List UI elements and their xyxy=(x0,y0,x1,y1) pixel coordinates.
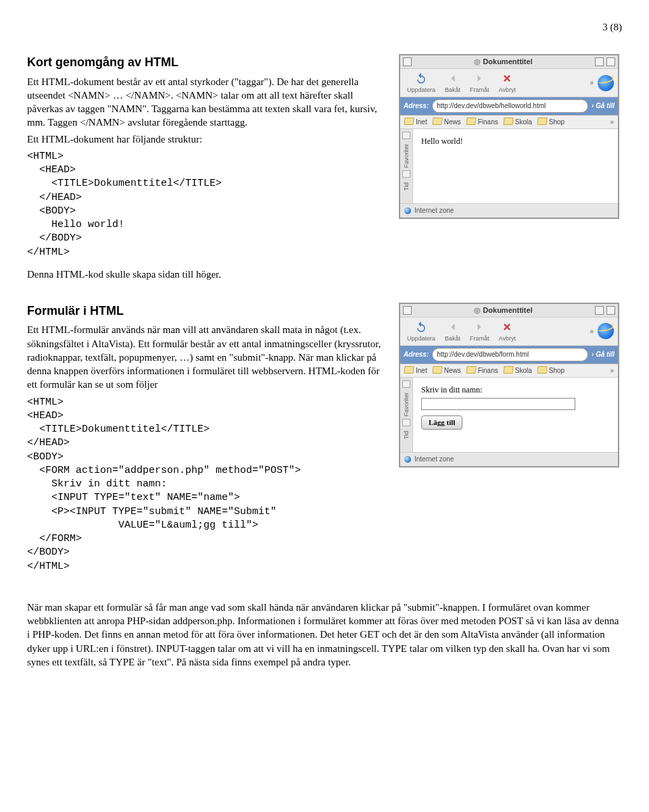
forward-button: Framåt xyxy=(467,320,492,342)
forward-label: Framåt xyxy=(470,334,489,342)
back-icon xyxy=(446,72,460,85)
back-label: Bakåt xyxy=(445,334,460,342)
section2-para: Ett HTML-formulär används när man vill a… xyxy=(27,323,387,391)
browser-mock-form: Dokumenttitel Uppdatera Bakåt xyxy=(399,303,619,467)
more-icon: » xyxy=(590,78,594,88)
section2-code: <HTML> <HEAD> <TITLE>Dokumenttitel</TITL… xyxy=(27,396,387,574)
refresh-icon xyxy=(414,72,428,85)
more-icon: » xyxy=(590,327,594,336)
form-label: Skriv in ditt namn: xyxy=(421,385,482,395)
sidebar-favorites-label: Favoriter xyxy=(402,144,410,168)
bookmarks-bar: Inet News Finans Skola Shop » xyxy=(400,364,618,378)
final-paragraph: När man skapar ett formulär så får man a… xyxy=(27,601,622,669)
bookmark-item: Finans xyxy=(466,118,498,127)
browser-sidebar: Favoriter Tid xyxy=(400,129,413,203)
window-control-icon xyxy=(595,57,604,66)
ie-logo-icon xyxy=(598,75,614,91)
bookmark-item: Inet xyxy=(404,366,427,376)
sidebar-tid-label: Tid xyxy=(402,182,410,191)
forward-icon xyxy=(473,72,486,85)
bookmark-item: Shop xyxy=(537,366,564,376)
forward-label: Framåt xyxy=(470,86,489,94)
sidebar-handle-icon xyxy=(402,419,410,426)
bookmark-item: Shop xyxy=(537,118,564,127)
back-button: Bakåt xyxy=(442,72,463,94)
browser-content: Hello world! xyxy=(413,129,618,203)
name-input xyxy=(421,398,575,410)
submit-button: Lägg till xyxy=(421,415,462,430)
address-label: Adress: xyxy=(404,350,429,359)
section1-para: Ett HTML-dokument består av ett antal st… xyxy=(27,75,387,130)
browser-title: Dokumenttitel xyxy=(414,305,592,315)
window-control-icon xyxy=(403,57,412,66)
address-url: http://dev.dev/dbweb/form.html xyxy=(432,348,588,361)
stop-label: Avbryt xyxy=(499,334,516,342)
browser-titlebar: Dokumenttitel xyxy=(400,55,618,69)
browser-title: Dokumenttitel xyxy=(414,57,592,67)
address-url: http://dev.dev/dbweb/helloworld.html xyxy=(432,99,588,113)
stop-icon xyxy=(500,320,514,334)
bookmark-item: Skola xyxy=(504,118,532,127)
back-button: Bakåt xyxy=(442,320,463,342)
go-button: Gå till xyxy=(592,350,615,359)
status-bar: Internet zone xyxy=(400,452,618,466)
hello-text: Hello world! xyxy=(421,136,463,146)
stop-label: Avbryt xyxy=(499,86,516,94)
stop-icon xyxy=(500,72,514,85)
browser-toolbar: Uppdatera Bakåt Framåt Avbryt xyxy=(400,69,618,97)
address-bar: Adress: http://dev.dev/dbweb/form.html G… xyxy=(400,346,618,364)
refresh-button: Uppdatera xyxy=(404,72,438,94)
address-bar: Adress: http://dev.dev/dbweb/helloworld.… xyxy=(400,97,618,116)
sidebar-handle-icon xyxy=(402,132,410,139)
sidebar-favorites-label: Favoriter xyxy=(402,392,410,417)
status-bar: Internet zone xyxy=(400,203,618,218)
refresh-label: Uppdatera xyxy=(407,334,435,342)
bookmark-item: Inet xyxy=(404,118,427,127)
status-text: Internet zone xyxy=(414,206,454,215)
status-text: Internet zone xyxy=(414,455,454,464)
window-control-icon xyxy=(606,57,615,66)
page-number: 3 (8) xyxy=(27,20,622,34)
refresh-icon xyxy=(414,320,428,334)
bookmark-item: Skola xyxy=(504,366,532,376)
browser-titlebar: Dokumenttitel xyxy=(400,304,618,318)
sidebar-tid-label: Tid xyxy=(402,431,410,439)
sidebar-handle-icon xyxy=(402,380,410,388)
section1-heading: Kort genomgång av HTML xyxy=(27,54,387,70)
forward-icon xyxy=(473,320,486,334)
ie-logo-icon xyxy=(598,323,614,339)
browser-toolbar: Uppdatera Bakåt Framåt Avbryt xyxy=(400,318,618,346)
address-label: Adress: xyxy=(404,101,429,111)
go-button: Gå till xyxy=(592,101,615,111)
back-label: Bakåt xyxy=(445,86,460,94)
bookmark-item: Finans xyxy=(466,366,498,376)
stop-button: Avbryt xyxy=(496,72,519,94)
refresh-label: Uppdatera xyxy=(407,86,435,94)
section1-code: <HTML> <HEAD> <TITLE>Dokumenttitel</TITL… xyxy=(27,150,387,259)
browser-sidebar: Favoriter Tid xyxy=(400,378,413,452)
window-control-icon xyxy=(403,306,412,315)
bookmarks-more-icon: » xyxy=(610,118,614,127)
back-icon xyxy=(446,320,460,334)
section1-after: Denna HTML-kod skulle skapa sidan till h… xyxy=(27,268,387,281)
section1-para2: Ett HTML-dokument har följande struktur: xyxy=(27,132,387,146)
browser-mock-hello: Dokumenttitel Uppdatera Bakåt xyxy=(399,54,619,218)
section2-heading: Formulär i HTML xyxy=(27,303,387,319)
bookmark-item: News xyxy=(433,118,461,127)
bookmarks-more-icon: » xyxy=(610,366,614,376)
bookmark-item: News xyxy=(433,366,461,376)
forward-button: Framåt xyxy=(467,72,492,94)
sidebar-handle-icon xyxy=(402,170,410,178)
window-control-icon xyxy=(606,306,615,315)
browser-content: Skriv in ditt namn: Lägg till xyxy=(413,378,618,452)
bookmarks-bar: Inet News Finans Skola Shop » xyxy=(400,116,618,130)
stop-button: Avbryt xyxy=(496,320,519,342)
window-control-icon xyxy=(595,306,604,315)
refresh-button: Uppdatera xyxy=(404,320,438,342)
